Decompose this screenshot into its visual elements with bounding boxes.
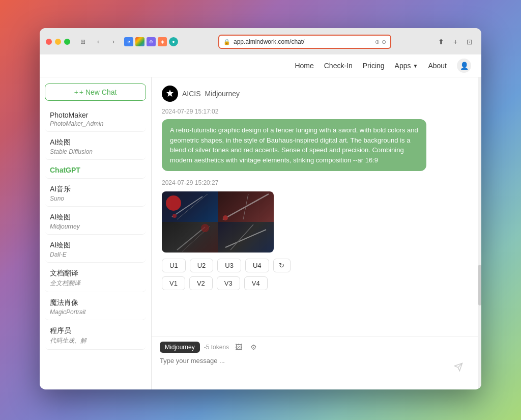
chat-input[interactable]: [160, 357, 473, 382]
user-message-text: A retro-futuristic graphic design of a f…: [170, 126, 418, 164]
sidebar-item-sub: Dall-E: [50, 251, 141, 258]
token-info: -5 tokens: [204, 344, 229, 351]
svg-line-6: [177, 227, 205, 250]
forward-button[interactable]: ›: [107, 37, 120, 47]
chat-input-area: Midjourney -5 tokens 🖼 ⚙: [152, 336, 481, 389]
chat-messages[interactable]: AICIS Midjourney 2024-07-29 15:17:02 A r…: [152, 77, 481, 336]
sidebar-item-ai-midjourney[interactable]: AI绘图 Midjourney: [45, 209, 146, 235]
share-button[interactable]: ⬆: [436, 36, 447, 47]
close-button[interactable]: [46, 39, 52, 45]
new-chat-button[interactable]: + + New Chat: [45, 83, 146, 101]
sidebar-item-name: AI绘图: [50, 213, 141, 222]
share-icon[interactable]: ⊕: [375, 39, 380, 45]
v4-button[interactable]: V4: [244, 276, 268, 290]
ai-brand: AICIS: [182, 90, 201, 98]
sidebar-item-sub: PhotoMaker_Admin: [50, 120, 141, 127]
u4-button[interactable]: U4: [245, 259, 269, 272]
bookmark-icon[interactable]: ⊙: [382, 39, 386, 45]
v3-button[interactable]: V3: [217, 276, 240, 290]
nav-bar: Home Check-In Pricing Apps ▼ About 👤: [40, 54, 481, 77]
chat-scrollbar[interactable]: [478, 77, 481, 389]
midjourney-badge: Midjourney: [160, 342, 200, 353]
tab-icon-4[interactable]: ◈: [158, 37, 167, 46]
nav-about[interactable]: About: [428, 62, 447, 70]
image-upload-button[interactable]: 🖼: [233, 342, 244, 352]
nav-home[interactable]: Home: [295, 62, 313, 70]
sidebar-item-programmer[interactable]: 程序员 代码生成、解: [45, 322, 146, 350]
browser-action-buttons: ⬆ + ⊡: [436, 36, 475, 47]
ai-service: Midjourney: [205, 90, 240, 98]
chat-input-toolbar: Midjourney -5 tokens 🖼 ⚙: [160, 342, 473, 353]
ai-logo: [162, 86, 178, 102]
chat-scrollbar-thumb[interactable]: [478, 265, 481, 305]
minimize-button[interactable]: [55, 39, 61, 45]
user-icon[interactable]: 👤: [457, 59, 471, 73]
image-cell-1: [162, 191, 218, 222]
user-message-bubble: A retro-futuristic graphic design of a f…: [162, 119, 426, 171]
sidebar-item-sub: Stable Diffusion: [50, 148, 141, 155]
sidebar: + + New Chat PhotoMaker PhotoMaker_Admin…: [40, 77, 152, 389]
svg-line-0: [172, 197, 202, 217]
traffic-lights: [46, 39, 70, 45]
refresh-button[interactable]: ↻: [273, 259, 291, 272]
lock-icon: 🔒: [223, 39, 230, 45]
app-content: Home Check-In Pricing Apps ▼ About 👤 + +…: [40, 54, 481, 389]
v2-button[interactable]: V2: [189, 276, 213, 290]
address-bar[interactable]: 🔒 app.aimindwork.com/chat/ ⊕ ⊙: [218, 35, 391, 49]
sidebar-item-magic-portrait[interactable]: 魔法肖像 MagicPortrait: [45, 294, 146, 320]
tab-icon-2[interactable]: [135, 37, 144, 46]
svg-point-2: [172, 214, 177, 218]
nav-pricing[interactable]: Pricing: [363, 62, 385, 70]
u1-button[interactable]: U1: [162, 259, 186, 272]
sidebar-toggle-button[interactable]: ⊞: [76, 37, 90, 47]
u2-button[interactable]: U2: [190, 259, 214, 272]
generated-image-grid: [162, 191, 274, 253]
send-button[interactable]: [454, 362, 463, 374]
chat-input-wrapper: [160, 357, 473, 384]
svg-line-10: [230, 225, 253, 250]
back-button[interactable]: ‹: [92, 37, 105, 47]
sidebar-item-ai-stable[interactable]: AI绘图 Stable Diffusion: [45, 134, 146, 160]
settings-button[interactable]: ⚙: [248, 342, 259, 352]
image-cell-3: [162, 222, 218, 253]
v1-button[interactable]: V1: [162, 276, 185, 290]
maximize-button[interactable]: [64, 39, 70, 45]
sidebar-item-chatgpt[interactable]: ChatGPT: [45, 162, 146, 179]
url-text: app.aimindwork.com/chat/: [234, 38, 304, 45]
nav-links: Home Check-In Pricing Apps ▼ About 👤: [295, 59, 471, 73]
tabs-button[interactable]: ⊡: [464, 36, 475, 47]
action-buttons-row-1: U1 U2 U3 U4 ↻: [162, 259, 471, 272]
tab-icon-5[interactable]: ●: [169, 37, 178, 46]
ai-header: AICIS Midjourney: [162, 86, 471, 102]
sidebar-item-sub: MagicPortrait: [50, 309, 141, 316]
sidebar-item-ai-dalle[interactable]: AI绘图 Dall-E: [45, 237, 146, 263]
sidebar-item-ai-music[interactable]: AI音乐 Suno: [45, 181, 146, 207]
nav-checkin[interactable]: Check-In: [324, 62, 353, 70]
action-buttons-row-2: V1 V2 V3 V4: [162, 276, 471, 290]
sidebar-item-sub: 全文档翻译: [50, 279, 141, 288]
browser-controls: ⊞ ‹ ›: [76, 37, 120, 47]
chat-area: AICIS Midjourney 2024-07-29 15:17:02 A r…: [152, 77, 481, 389]
sidebar-item-name: 魔法肖像: [50, 298, 141, 307]
tab-icon-1[interactable]: e: [124, 37, 133, 46]
new-chat-label: + New Chat: [79, 88, 117, 96]
sidebar-item-doc-translate[interactable]: 文档翻译 全文档翻译: [45, 265, 146, 292]
nav-apps[interactable]: Apps ▼: [395, 62, 418, 70]
image-cell-2: [218, 191, 274, 222]
nav-apps-label: Apps: [395, 62, 411, 70]
main-layout: + + New Chat PhotoMaker PhotoMaker_Admin…: [40, 77, 481, 389]
sidebar-item-name: 文档翻译: [50, 269, 141, 278]
svg-line-9: [225, 230, 266, 247]
address-bar-actions: ⊕ ⊙: [375, 39, 386, 45]
u3-button[interactable]: U3: [217, 259, 241, 272]
browser-window: ⊞ ‹ › e ⊕ ◈ ● 🔒 app.aimindwork.com/chat/…: [40, 28, 481, 389]
sidebar-item-photomaker[interactable]: PhotoMaker PhotoMaker_Admin: [45, 107, 146, 132]
sidebar-item-name: ChatGPT: [50, 166, 141, 174]
new-tab-button[interactable]: +: [450, 36, 461, 47]
timestamp-2: 2024-07-29 15:20:27: [162, 179, 471, 186]
svg-point-5: [223, 215, 228, 220]
tab-icon-3[interactable]: ⊕: [147, 37, 156, 46]
sidebar-item-name: AI音乐: [50, 185, 141, 194]
image-cell-4: [218, 222, 274, 253]
address-bar-container: 🔒 app.aimindwork.com/chat/ ⊕ ⊙: [186, 35, 423, 49]
